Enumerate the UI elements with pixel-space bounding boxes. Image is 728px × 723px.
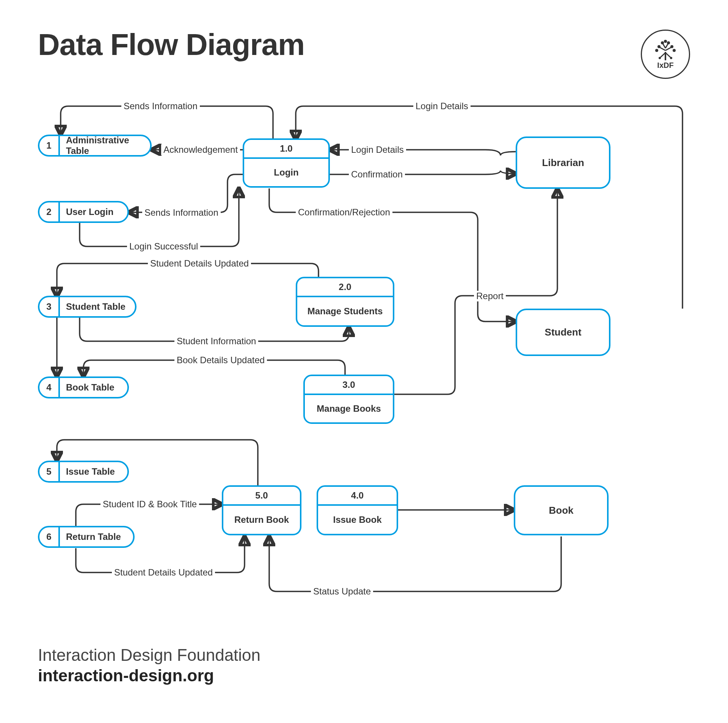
- datastore-book-table: 4 Book Table: [38, 376, 129, 398]
- flow-student-details-upd: Student Details Updated: [148, 258, 251, 269]
- process-name: Login: [244, 159, 328, 186]
- svg-point-2: [670, 45, 673, 48]
- footer-org: Interaction Design Foundation: [38, 646, 260, 665]
- process-name: Manage Students: [297, 297, 393, 325]
- entity-label: Student: [545, 326, 582, 338]
- svg-point-8: [659, 57, 661, 59]
- process-name: Issue Book: [318, 506, 397, 534]
- flow-id-title: Student ID & Book Title: [100, 499, 199, 510]
- tree-icon: [652, 39, 679, 62]
- flow-login-details-top: Login Details: [413, 101, 471, 111]
- datastore-return-table: 6 Return Table: [38, 526, 135, 548]
- dfd-diagram: 1 Administrative Table 2 User Login 3 St…: [30, 99, 698, 622]
- datastore-number: 2: [39, 202, 60, 221]
- ixdf-logo: IxDF: [641, 30, 690, 79]
- datastore-label: Return Table: [60, 527, 133, 546]
- datastore-number: 1: [39, 136, 60, 155]
- datastore-number: 6: [39, 527, 60, 546]
- flow-login-successful: Login Successful: [127, 241, 200, 252]
- footer-url: interaction-design.org: [38, 666, 260, 685]
- svg-point-6: [655, 49, 658, 52]
- svg-point-5: [664, 40, 667, 43]
- flow-conf-rej: Confirmation/Rejection: [296, 207, 392, 218]
- flow-sends-info-user: Sends Information: [142, 207, 221, 218]
- logo-abbr: IxDF: [657, 61, 673, 70]
- entity-label: Book: [549, 505, 574, 516]
- datastore-number: 4: [39, 378, 60, 397]
- process-login: 1.0 Login: [243, 138, 330, 188]
- flow-book-details-upd: Book Details Updated: [174, 355, 267, 365]
- flow-sends-info-admin: Sends Information: [121, 101, 200, 111]
- datastore-label: Book Table: [60, 378, 127, 397]
- svg-point-1: [657, 45, 661, 48]
- flow-report: Report: [474, 291, 506, 301]
- entity-student: Student: [516, 309, 610, 356]
- svg-point-4: [667, 41, 670, 44]
- flow-student-details-upd2: Student Details Updated: [112, 567, 215, 578]
- process-name: Return Book: [223, 506, 300, 534]
- datastore-label: Student Table: [60, 297, 135, 316]
- entity-label: Librarian: [542, 157, 584, 169]
- svg-point-7: [673, 49, 676, 52]
- process-id: 3.0: [305, 376, 393, 395]
- flow-acknowledgement: Acknowledgement: [161, 144, 240, 155]
- process-return-book: 5.0 Return Book: [222, 485, 301, 535]
- process-name: Manage Books: [305, 395, 393, 422]
- page-title: Data Flow Diagram: [38, 27, 304, 62]
- flow-status-update: Status Update: [311, 586, 373, 597]
- process-manage-students: 2.0 Manage Students: [296, 277, 394, 327]
- datastore-admin-table: 1 Administrative Table: [38, 135, 152, 157]
- footer: Interaction Design Foundation interactio…: [38, 646, 260, 685]
- datastore-number: 5: [39, 462, 60, 481]
- entity-librarian: Librarian: [516, 136, 610, 189]
- process-id: 1.0: [244, 140, 328, 159]
- svg-point-3: [661, 41, 664, 44]
- datastore-user-login: 2 User Login: [38, 201, 129, 223]
- flow-confirmation: Confirmation: [349, 169, 405, 180]
- flow-login-details-lib: Login Details: [349, 144, 406, 155]
- process-id: 2.0: [297, 278, 393, 297]
- datastore-number: 3: [39, 297, 60, 316]
- flow-student-info: Student Information: [174, 336, 258, 347]
- process-issue-book: 4.0 Issue Book: [317, 485, 398, 535]
- process-id: 4.0: [318, 487, 397, 506]
- datastore-label: Administrative Table: [60, 136, 150, 155]
- svg-point-9: [670, 57, 672, 59]
- datastore-student-table: 3 Student Table: [38, 296, 136, 318]
- datastore-issue-table: 5 Issue Table: [38, 461, 129, 483]
- datastore-label: User Login: [60, 202, 127, 221]
- process-manage-books: 3.0 Manage Books: [303, 375, 394, 424]
- entity-book: Book: [514, 485, 609, 535]
- process-id: 5.0: [223, 487, 300, 506]
- datastore-label: Issue Table: [60, 462, 127, 481]
